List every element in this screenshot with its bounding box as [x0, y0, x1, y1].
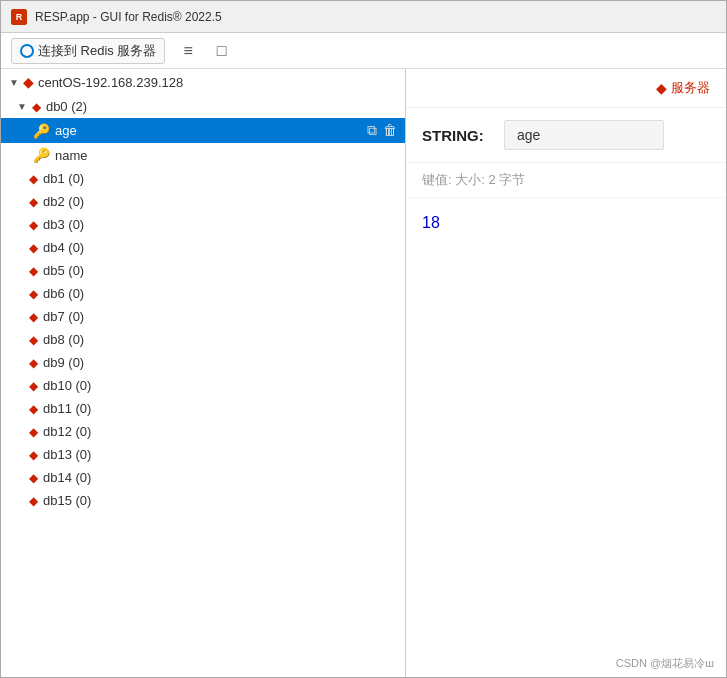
db6-row[interactable]: ◆ db6 (0)	[1, 282, 405, 305]
server-label-right: ◆ 服务器	[656, 79, 710, 97]
db10-row[interactable]: ◆ db10 (0)	[1, 374, 405, 397]
db5-row[interactable]: ◆ db5 (0)	[1, 259, 405, 282]
connect-label: 连接到 Redis 服务器	[38, 42, 156, 60]
db7-label: db7 (0)	[43, 309, 84, 324]
db4-label: db4 (0)	[43, 240, 84, 255]
db13-diamond-icon: ◆	[29, 448, 38, 462]
db4-diamond-icon: ◆	[29, 241, 38, 255]
app-icon: R	[11, 9, 27, 25]
server-arrow-down-icon: ▼	[9, 77, 19, 88]
age-key-actions: ⧉ 🗑	[367, 122, 397, 139]
app-title: RESP.app - GUI for Redis® 2022.5	[35, 10, 222, 24]
menu-icon[interactable]: ≡	[177, 39, 198, 63]
db15-diamond-icon: ◆	[29, 494, 38, 508]
db6-diamond-icon: ◆	[29, 287, 38, 301]
age-key-icon: 🔑	[33, 123, 50, 139]
name-key-icon: 🔑	[33, 147, 50, 163]
sidebar: ▼ ◆ centOS-192.168.239.128 ▼ ◆ db0 (2) 🔑…	[1, 69, 406, 678]
db14-row[interactable]: ◆ db14 (0)	[1, 466, 405, 489]
db2-label: db2 (0)	[43, 194, 84, 209]
db3-label: db3 (0)	[43, 217, 84, 232]
db5-diamond-icon: ◆	[29, 264, 38, 278]
right-panel: ◆ 服务器 STRING: age 键值: 大小: 2 字节 18 CSDN @…	[406, 69, 726, 678]
db12-label: db12 (0)	[43, 424, 91, 439]
db15-row[interactable]: ◆ db15 (0)	[1, 489, 405, 512]
db2-row[interactable]: ◆ db2 (0)	[1, 190, 405, 213]
watermark: CSDN @烟花易冷ш	[616, 656, 714, 671]
main-layout: ▼ ◆ centOS-192.168.239.128 ▼ ◆ db0 (2) 🔑…	[1, 69, 726, 678]
string-type-label: STRING:	[422, 127, 492, 144]
db0-row[interactable]: ▼ ◆ db0 (2)	[1, 95, 405, 118]
connect-circle-icon	[20, 44, 34, 58]
toolbar: 连接到 Redis 服务器 ≡ □	[1, 33, 726, 69]
db9-label: db9 (0)	[43, 355, 84, 370]
meta-info-row: 键值: 大小: 2 字节	[406, 163, 726, 198]
right-header: ◆ 服务器	[406, 69, 726, 108]
db5-label: db5 (0)	[43, 263, 84, 278]
string-type-row: STRING: age	[406, 108, 726, 163]
db0-label: db0 (2)	[46, 99, 87, 114]
db9-row[interactable]: ◆ db9 (0)	[1, 351, 405, 374]
server-right-text: 服务器	[671, 79, 710, 97]
server-diamond-icon: ◆	[23, 74, 34, 90]
db10-label: db10 (0)	[43, 378, 91, 393]
db0-arrow-icon: ▼	[17, 101, 27, 112]
db8-label: db8 (0)	[43, 332, 84, 347]
db1-diamond-icon: ◆	[29, 172, 38, 186]
db3-diamond-icon: ◆	[29, 218, 38, 232]
db6-label: db6 (0)	[43, 286, 84, 301]
server-diamond-right-icon: ◆	[656, 80, 667, 96]
db8-diamond-icon: ◆	[29, 333, 38, 347]
db9-diamond-icon: ◆	[29, 356, 38, 370]
db4-row[interactable]: ◆ db4 (0)	[1, 236, 405, 259]
db14-diamond-icon: ◆	[29, 471, 38, 485]
connect-button[interactable]: 连接到 Redis 服务器	[11, 38, 165, 64]
delete-icon[interactable]: 🗑	[383, 122, 397, 139]
db1-row[interactable]: ◆ db1 (0)	[1, 167, 405, 190]
db3-row[interactable]: ◆ db3 (0)	[1, 213, 405, 236]
value-display: 18	[406, 198, 726, 248]
db11-row[interactable]: ◆ db11 (0)	[1, 397, 405, 420]
db7-diamond-icon: ◆	[29, 310, 38, 324]
db12-row[interactable]: ◆ db12 (0)	[1, 420, 405, 443]
db12-diamond-icon: ◆	[29, 425, 38, 439]
grid-icon[interactable]: □	[211, 39, 233, 63]
server-name: centOS-192.168.239.128	[38, 75, 183, 90]
db11-label: db11 (0)	[43, 401, 91, 416]
key-name-display: age	[504, 120, 664, 150]
db8-row[interactable]: ◆ db8 (0)	[1, 328, 405, 351]
db11-diamond-icon: ◆	[29, 402, 38, 416]
db13-row[interactable]: ◆ db13 (0)	[1, 443, 405, 466]
db10-diamond-icon: ◆	[29, 379, 38, 393]
name-key-row[interactable]: 🔑 name	[1, 143, 405, 167]
age-key-label: age	[55, 123, 77, 138]
db14-label: db14 (0)	[43, 470, 91, 485]
title-bar: R RESP.app - GUI for Redis® 2022.5	[1, 1, 726, 33]
db2-diamond-icon: ◆	[29, 195, 38, 209]
db15-label: db15 (0)	[43, 493, 91, 508]
db0-diamond-icon: ◆	[32, 100, 41, 114]
db7-row[interactable]: ◆ db7 (0)	[1, 305, 405, 328]
db13-label: db13 (0)	[43, 447, 91, 462]
server-row[interactable]: ▼ ◆ centOS-192.168.239.128	[1, 69, 405, 95]
name-key-label: name	[55, 148, 88, 163]
db1-label: db1 (0)	[43, 171, 84, 186]
age-key-row[interactable]: 🔑 age ⧉ 🗑	[1, 118, 405, 143]
copy-icon[interactable]: ⧉	[367, 122, 377, 139]
